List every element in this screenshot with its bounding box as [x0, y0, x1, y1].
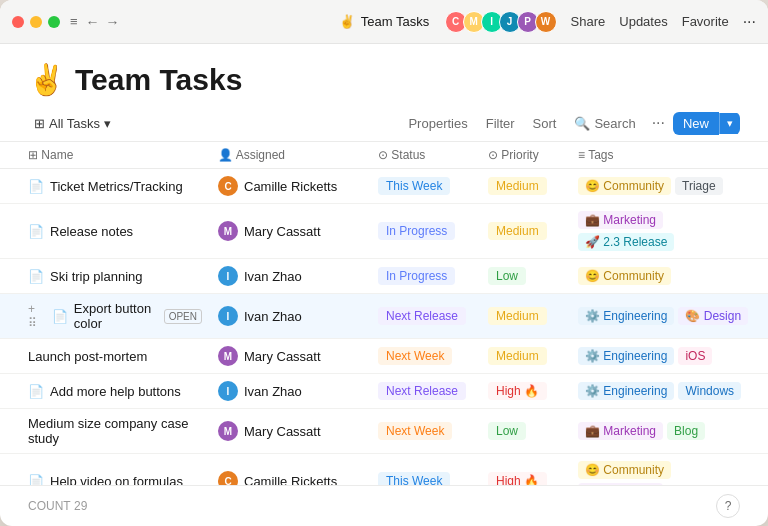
sort-button[interactable]: Sort — [525, 113, 565, 134]
tags-col-label: Tags — [588, 148, 613, 162]
forward-button[interactable]: → — [106, 14, 120, 30]
task-name-cell[interactable]: Medium size company case study — [0, 409, 210, 454]
table-row[interactable]: 📄Ski trip planning I Ivan Zhao In Progre… — [0, 259, 768, 294]
view-selector[interactable]: ⊞ All Tasks ▾ — [28, 113, 117, 134]
page-content: ✌️ Team Tasks ⊞ All Tasks ▾ Properties F… — [0, 44, 768, 526]
status-col-label: Status — [391, 148, 425, 162]
task-name-text: Add more help buttons — [50, 384, 181, 399]
tags-cell[interactable]: 😊 CommunityTriage — [570, 169, 768, 204]
tag[interactable]: iOS — [678, 347, 712, 365]
new-button-main[interactable]: New — [673, 112, 719, 135]
fullscreen-button[interactable] — [48, 16, 60, 28]
tag[interactable]: Blog — [667, 422, 705, 440]
priority-cell[interactable]: Low — [480, 409, 570, 454]
table-row[interactable]: 📄Release notes M Mary Cassatt In Progres… — [0, 204, 768, 259]
status-column-header: ⊙ Status — [370, 142, 480, 169]
more-options-button[interactable]: ··· — [743, 13, 756, 31]
tags-cell[interactable]: 💼 MarketingBlog — [570, 409, 768, 454]
tag[interactable]: ⚙️ Engineering — [578, 347, 674, 365]
task-name-text: Medium size company case study — [28, 416, 202, 446]
minimize-button[interactable] — [30, 16, 42, 28]
tag[interactable]: 💼 Marketing — [578, 422, 663, 440]
table-row[interactable]: Launch post-mortem M Mary Cassatt Next W… — [0, 339, 768, 374]
tag[interactable]: 🎨 Design — [678, 307, 748, 325]
status-cell[interactable]: Next Release — [370, 374, 480, 409]
back-button[interactable]: ← — [86, 14, 100, 30]
task-name-cell[interactable]: Launch post-mortem — [0, 339, 210, 374]
table-row[interactable]: + ⠿📄Export button colorOPEN I Ivan Zhao … — [0, 294, 768, 339]
avatar-6[interactable]: W — [535, 11, 557, 33]
tags-cell[interactable]: 😊 Community — [570, 259, 768, 294]
tag[interactable]: Windows — [678, 382, 741, 400]
task-name-cell[interactable]: 📄Add more help buttons — [0, 374, 210, 409]
priority-cell[interactable]: Low — [480, 259, 570, 294]
assigned-cell[interactable]: I Ivan Zhao — [210, 374, 370, 409]
more-toolbar-button[interactable]: ··· — [646, 111, 671, 135]
new-button-caret[interactable]: ▾ — [719, 113, 740, 134]
priority-cell[interactable]: High 🔥 — [480, 374, 570, 409]
tag[interactable]: 😊 Community — [578, 177, 671, 195]
priority-cell[interactable]: Medium — [480, 294, 570, 339]
search-button[interactable]: 🔍 Search — [566, 113, 643, 134]
status-cell[interactable]: Next Release — [370, 294, 480, 339]
tasks-table-container[interactable]: ⊞ Name 👤 Assigned ⊙ Status ⊙ — [0, 142, 768, 485]
close-button[interactable] — [12, 16, 24, 28]
assigned-cell[interactable]: M Mary Cassatt — [210, 204, 370, 259]
status-cell[interactable]: Next Week — [370, 409, 480, 454]
tag[interactable]: 😊 Community — [578, 267, 671, 285]
tags-cell[interactable]: ⚙️ EngineeringWindows — [570, 374, 768, 409]
assigned-cell[interactable]: I Ivan Zhao — [210, 259, 370, 294]
priority-cell[interactable]: High 🔥 — [480, 454, 570, 486]
task-name-cell[interactable]: 📄Help video on formulas — [0, 454, 210, 486]
tags-cell[interactable]: 💼 Marketing🚀 2.3 Release — [570, 204, 768, 259]
priority-cell[interactable]: Medium — [480, 204, 570, 259]
new-button[interactable]: New ▾ — [673, 112, 740, 135]
assigned-cell[interactable]: C Camille Ricketts — [210, 454, 370, 486]
task-name-cell[interactable]: 📄Release notes — [0, 204, 210, 259]
add-handle-icon[interactable]: + ⠿ — [28, 302, 42, 330]
count-label: COUNT — [28, 499, 71, 513]
status-badge: This Week — [378, 472, 450, 485]
assigned-cell[interactable]: M Mary Cassatt — [210, 339, 370, 374]
task-doc-icon: 📄 — [52, 309, 68, 324]
favorite-button[interactable]: Favorite — [682, 14, 729, 29]
tags-cell[interactable]: ⚙️ EngineeringiOS — [570, 339, 768, 374]
tag[interactable]: Triage — [675, 177, 723, 195]
filter-button[interactable]: Filter — [478, 113, 523, 134]
tag[interactable]: ⚙️ Engineering — [578, 382, 674, 400]
task-name-cell[interactable]: 📄Ticket Metrics/Tracking — [0, 169, 210, 204]
updates-button[interactable]: Updates — [619, 14, 667, 29]
help-button[interactable]: ? — [716, 494, 740, 518]
table-row[interactable]: 📄Ticket Metrics/Tracking C Camille Ricke… — [0, 169, 768, 204]
assigned-cell[interactable]: M Mary Cassatt — [210, 409, 370, 454]
tag[interactable]: 🚀 2.3 Release — [578, 233, 674, 251]
tag[interactable]: ⚙️ Engineering — [578, 307, 674, 325]
task-name-cell[interactable]: + ⠿📄Export button colorOPEN — [0, 294, 210, 339]
table-row[interactable]: 📄Help video on formulas C Camille Ricket… — [0, 454, 768, 486]
status-cell[interactable]: This Week — [370, 169, 480, 204]
status-cell[interactable]: In Progress — [370, 204, 480, 259]
properties-button[interactable]: Properties — [400, 113, 475, 134]
open-badge[interactable]: OPEN — [164, 309, 202, 324]
status-cell[interactable]: Next Week — [370, 339, 480, 374]
assigned-cell[interactable]: C Camille Ricketts — [210, 169, 370, 204]
share-button[interactable]: Share — [571, 14, 606, 29]
tag[interactable]: 💼 Marketing — [578, 211, 663, 229]
table-row[interactable]: Medium size company case study M Mary Ca… — [0, 409, 768, 454]
tags-cell[interactable]: ⚙️ Engineering🎨 Design — [570, 294, 768, 339]
assignee-name: Camille Ricketts — [244, 474, 337, 486]
assignee-avatar: M — [218, 421, 238, 441]
priority-cell[interactable]: Medium — [480, 169, 570, 204]
status-cell[interactable]: In Progress — [370, 259, 480, 294]
tags-cell[interactable]: 😊 Community💼 Marketing — [570, 454, 768, 486]
task-name-cell[interactable]: 📄Ski trip planning — [0, 259, 210, 294]
priority-cell[interactable]: Medium — [480, 339, 570, 374]
status-badge: Next Week — [378, 347, 452, 365]
menu-icon[interactable]: ≡ — [70, 14, 78, 29]
tag[interactable]: 😊 Community — [578, 461, 671, 479]
titlebar-right: C M I J P W Share Updates Favorite ··· — [445, 11, 756, 33]
table-row[interactable]: 📄Add more help buttons I Ivan Zhao Next … — [0, 374, 768, 409]
tasks-table: ⊞ Name 👤 Assigned ⊙ Status ⊙ — [0, 142, 768, 485]
assigned-cell[interactable]: I Ivan Zhao — [210, 294, 370, 339]
status-cell[interactable]: This Week — [370, 454, 480, 486]
